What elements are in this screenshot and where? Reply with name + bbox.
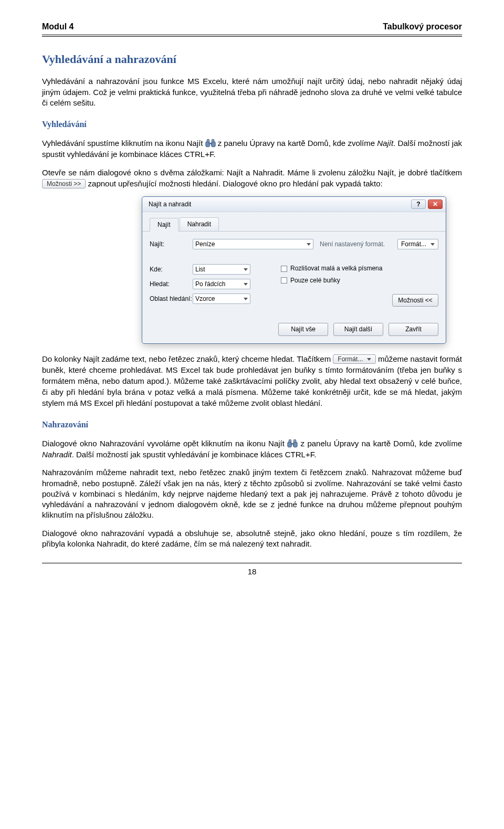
checkbox-case[interactable]: Rozlišovat malá a velká písmena <box>281 264 438 272</box>
label-how: Hledat: <box>150 280 193 288</box>
search-area-select[interactable]: Vzorce <box>193 293 250 304</box>
help-button[interactable]: ? <box>411 200 426 209</box>
svg-rect-4 <box>212 139 214 142</box>
label: Pouze celé buňky <box>290 276 340 285</box>
text: Vzorce <box>195 295 215 303</box>
where-select[interactable]: List <box>193 264 250 275</box>
chevron-down-icon <box>307 243 311 246</box>
chevron-down-icon <box>244 268 248 271</box>
svg-rect-6 <box>293 442 298 447</box>
header-right: Tabulkový procesor <box>383 21 462 33</box>
dialog-titlebar: Najít a nahradit ? ✕ <box>142 197 446 212</box>
text-italic: Najít <box>377 139 393 148</box>
binoculars-icon <box>205 139 216 148</box>
text: Do kolonky Najít zadáme text, nebo řetěz… <box>42 354 333 363</box>
format-button[interactable]: Formát... <box>397 239 438 249</box>
text: z panelu Úpravy na kartě Domů, kde zvolí… <box>218 139 377 148</box>
intro-paragraph: Vyhledávání a nahrazování jsou funkce MS… <box>42 76 462 108</box>
chevron-down-icon <box>430 243 435 246</box>
checkbox-icon <box>281 266 287 272</box>
svg-rect-8 <box>289 440 291 443</box>
heading-main: Vyhledávání a nahrazování <box>42 51 462 67</box>
header-left: Modul 4 <box>42 21 74 33</box>
text: z panelu Úpravy na kartě Domů, kde zvolí… <box>301 439 462 448</box>
label: Rozlišovat malá a velká písmena <box>290 264 382 272</box>
text: Otevře se nám dialogové okno s dvěma zál… <box>42 168 462 177</box>
text: List <box>195 265 205 274</box>
svg-rect-9 <box>294 440 296 443</box>
find-input[interactable]: Peníze <box>193 239 313 249</box>
after-dialog-paragraph: Do kolonky Najít zadáme text, nebo řetěz… <box>42 353 462 409</box>
options-more-button: Možnosti >> <box>42 179 86 188</box>
text: Vyhledávání spustíme kliknutím na ikonu … <box>42 139 205 148</box>
replace-paragraph-1: Dialogové okno Nahrazování vyvoláme opět… <box>42 438 462 460</box>
find-next-button[interactable]: Najít další <box>333 323 383 335</box>
find-replace-dialog: Najít a nahradit ? ✕ Najít Nahradit Nají… <box>142 196 446 343</box>
text: Formát... <box>338 355 363 363</box>
search-paragraph-1: Vyhledávání spustíme kliknutím na ikonu … <box>42 138 462 160</box>
page-footer: 18 <box>42 563 462 577</box>
text: zapnout upřesňující možnosti hledání. Di… <box>88 179 383 188</box>
search-paragraph-2: Otevře se nám dialogové okno s dvěma zál… <box>42 167 462 189</box>
footer-rule <box>42 563 462 563</box>
page-number: 18 <box>248 567 257 576</box>
format-button-inline: Formát... <box>333 354 375 364</box>
header-rule <box>42 35 462 37</box>
svg-rect-2 <box>208 143 212 144</box>
search-direction-select[interactable]: Po řádcích <box>193 279 250 289</box>
heading-search: Vyhledávání <box>42 119 462 130</box>
find-all-button[interactable]: Najít vše <box>278 323 328 335</box>
text: Po řádcích <box>195 280 225 288</box>
chevron-down-icon <box>244 283 248 286</box>
svg-rect-3 <box>207 139 209 142</box>
replace-paragraph-2: Nahrazováním můžeme nahradit text, nebo … <box>42 467 462 520</box>
heading-replace: Nahrazování <box>42 419 462 431</box>
label-area: Oblast hledání: <box>150 295 193 303</box>
svg-rect-5 <box>288 442 292 447</box>
svg-rect-7 <box>291 443 295 445</box>
chevron-down-icon <box>244 298 248 300</box>
find-value: Peníze <box>195 240 215 248</box>
tab-replace[interactable]: Nahradit <box>180 217 219 231</box>
checkbox-icon <box>281 277 287 284</box>
close-button[interactable]: ✕ <box>428 200 443 209</box>
checkbox-whole[interactable]: Pouze celé buňky <box>281 276 438 285</box>
close-dialog-button[interactable]: Zavřít <box>388 323 438 335</box>
replace-paragraph-3: Dialogové okno nahrazování vypadá a obsl… <box>42 528 462 550</box>
text: . Další možností jak spustit vyhledávání… <box>72 450 317 459</box>
dialog-title: Najít a nahradit <box>149 200 191 208</box>
label-where: Kde: <box>150 265 193 274</box>
dialog-tabs: Najít Nahradit <box>142 212 446 232</box>
page-header: Modul 4 Tabulkový procesor <box>42 21 462 35</box>
text: Formát... <box>401 240 426 248</box>
no-format-label: Není nastavený formát. <box>320 240 393 248</box>
binoculars-icon <box>287 439 298 448</box>
text-italic: Nahradit <box>42 450 72 459</box>
chevron-down-icon <box>367 358 371 361</box>
tab-find[interactable]: Najít <box>150 218 178 232</box>
label-find: Najít: <box>150 240 193 248</box>
text: Dialogové okno Nahrazování vyvoláme opět… <box>42 439 287 448</box>
options-less-button[interactable]: Možnosti << <box>392 294 438 307</box>
